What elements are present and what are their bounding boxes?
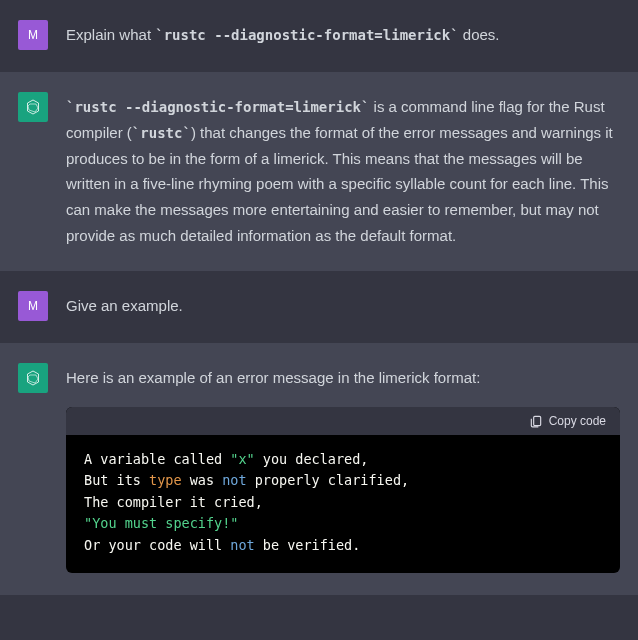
code-block: Copy code A variable called "x" you decl… — [66, 407, 620, 573]
message-body: Here is an example of an error message i… — [66, 363, 620, 573]
message-text: Here is an example of an error message i… — [66, 365, 620, 391]
chat-message-assistant: `rustc --diagnostic-format=limerick` is … — [0, 72, 638, 271]
message-text: `rustc --diagnostic-format=limerick` is … — [66, 92, 620, 249]
assistant-avatar — [18, 92, 48, 122]
code-content: A variable called "x" you declared, But … — [66, 435, 620, 573]
chat-message-assistant: Here is an example of an error message i… — [0, 343, 638, 595]
svg-rect-0 — [533, 416, 540, 425]
code-block-header: Copy code — [66, 407, 620, 435]
user-avatar-initial: M — [28, 28, 38, 42]
chat-message-user: M Give an example. — [0, 271, 638, 343]
openai-logo-icon — [23, 97, 43, 117]
copy-code-label: Copy code — [549, 414, 606, 428]
message-text: Give an example. — [66, 291, 620, 321]
message-text: Explain what `rustc --diagnostic-format=… — [66, 20, 620, 50]
assistant-avatar — [18, 363, 48, 393]
chat-message-user: M Explain what `rustc --diagnostic-forma… — [0, 0, 638, 72]
user-avatar: M — [18, 20, 48, 50]
clipboard-icon — [529, 414, 543, 428]
openai-logo-icon — [23, 368, 43, 388]
user-avatar: M — [18, 291, 48, 321]
user-avatar-initial: M — [28, 299, 38, 313]
copy-code-button[interactable]: Copy code — [529, 414, 606, 428]
